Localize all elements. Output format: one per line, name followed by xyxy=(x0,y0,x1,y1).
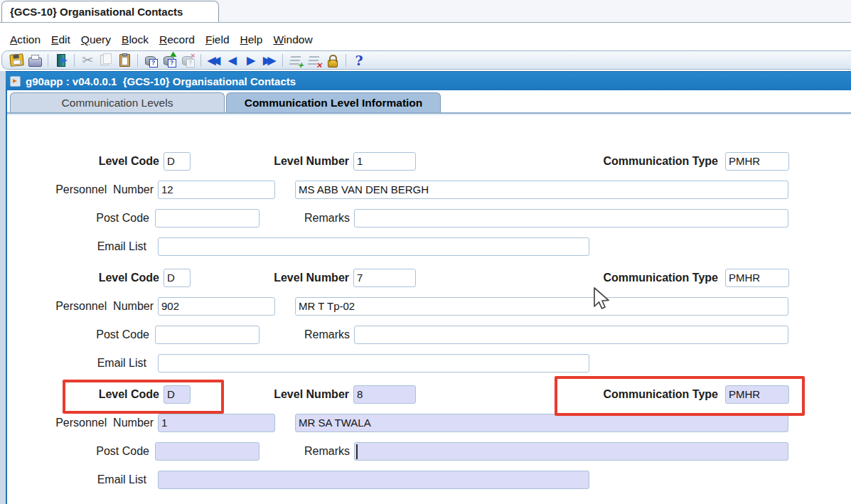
post-code-label: Post Code xyxy=(28,209,149,227)
tab-label: Communication Level Information xyxy=(245,97,423,109)
communication-type-field[interactable]: PMHR xyxy=(725,269,789,287)
record-group: Level CodeDLevel Number7Communication Ty… xyxy=(0,269,851,372)
level-code-label: Level Code xyxy=(43,269,159,287)
menu-record[interactable]: Record xyxy=(159,33,195,46)
personnel-number-field[interactable]: 12 xyxy=(158,181,275,199)
level-code-label: Level Code xyxy=(43,152,159,171)
insert-record-icon[interactable]: + xyxy=(288,53,304,68)
post-code-field[interactable] xyxy=(155,326,259,344)
personnel-number-field[interactable]: 1 xyxy=(158,414,275,432)
cancel-query-icon[interactable]: ×? xyxy=(180,53,196,68)
remarks-field[interactable] xyxy=(354,209,788,227)
enter-query-icon[interactable]: ? xyxy=(143,53,159,68)
personnel-number-label: Personnel Number xyxy=(28,297,154,316)
menu-action[interactable]: Action xyxy=(10,33,41,46)
remarks-field[interactable] xyxy=(354,326,788,344)
exit-icon[interactable] xyxy=(53,53,69,68)
window-tab[interactable]: {GCS-10} Organisational Contacts xyxy=(1,1,219,22)
personnel-name-field[interactable]: MS ABB VAN DEN BERGH xyxy=(295,181,788,199)
tab-communication-level-information[interactable]: Communication Level Information xyxy=(226,92,441,112)
highlight-box-level-code xyxy=(63,380,224,414)
level-number-field[interactable]: 7 xyxy=(353,269,416,287)
lock-icon[interactable] xyxy=(325,53,341,68)
remarks-label: Remarks xyxy=(270,326,350,344)
first-record-icon[interactable]: ◀◀ xyxy=(206,53,222,68)
cut-icon[interactable]: ✂ xyxy=(80,53,95,68)
remarks-label: Remarks xyxy=(270,442,350,461)
menu-edit[interactable]: Edit xyxy=(51,33,70,46)
personnel-number-label: Personnel Number xyxy=(28,181,154,199)
level-number-label: Level Number xyxy=(235,385,349,404)
communication-type-label: Communication Type xyxy=(562,152,718,171)
print-icon[interactable] xyxy=(27,53,43,68)
record-group: Level CodeDLevel Number1Communication Ty… xyxy=(0,152,851,256)
last-record-icon[interactable]: ▶▶ xyxy=(262,53,277,68)
text-caret xyxy=(356,444,358,459)
menu-query[interactable]: Query xyxy=(81,33,111,46)
email-list-field[interactable] xyxy=(158,237,589,256)
application-window: {GCS-10} Organisational Contacts ActionE… xyxy=(0,0,851,504)
window-title: g90app : v04.0.0.1 {GCS-10} Organisation… xyxy=(26,75,296,87)
menu-block[interactable]: Block xyxy=(122,33,149,46)
email-list-label: Email List xyxy=(28,471,146,489)
mouse-cursor xyxy=(592,286,611,312)
highlight-box-communication-type xyxy=(555,376,805,416)
toolbar-separator xyxy=(346,54,346,67)
post-code-label: Post Code xyxy=(28,442,149,461)
toolbar-separator xyxy=(200,54,201,67)
level-code-field[interactable]: D xyxy=(164,152,191,171)
tab-divider xyxy=(7,112,851,114)
toolbar-separator xyxy=(48,54,48,67)
window-icon xyxy=(10,76,21,87)
toolbar-separator xyxy=(282,54,283,67)
toolbar-separator xyxy=(74,54,75,67)
post-code-label: Post Code xyxy=(28,326,149,344)
personnel-name-field[interactable]: MR SA TWALA xyxy=(295,414,788,432)
window-titlebar[interactable]: g90app : v04.0.0.1 {GCS-10} Organisation… xyxy=(6,71,851,90)
copy-icon[interactable] xyxy=(98,53,114,68)
menu-window[interactable]: Window xyxy=(273,33,312,46)
communication-type-label: Communication Type xyxy=(562,269,718,287)
personnel-number-label: Personnel Number xyxy=(28,414,154,432)
level-number-field[interactable]: 8 xyxy=(353,385,416,404)
remarks-label: Remarks xyxy=(270,209,350,227)
delete-record-icon[interactable]: × xyxy=(306,53,322,68)
email-list-label: Email List xyxy=(28,354,146,372)
level-number-label: Level Number xyxy=(235,152,349,171)
communication-type-field[interactable]: PMHR xyxy=(725,152,789,171)
remarks-field[interactable] xyxy=(354,442,788,461)
email-list-field[interactable] xyxy=(158,471,589,489)
help-icon[interactable]: ? xyxy=(351,53,367,68)
toolbar-separator xyxy=(137,54,138,67)
post-code-field[interactable] xyxy=(155,442,259,461)
next-record-icon[interactable]: ▶ xyxy=(243,53,259,68)
save-icon[interactable] xyxy=(9,53,24,68)
execute-query-icon[interactable]: ? xyxy=(161,53,177,68)
tab-communication-levels[interactable]: Communication Levels xyxy=(10,92,225,112)
tab-label: Communication Levels xyxy=(62,97,173,109)
email-list-field[interactable] xyxy=(158,354,589,372)
post-code-field[interactable] xyxy=(155,209,259,227)
personnel-name-field[interactable]: MR T Tp-02 xyxy=(295,297,788,316)
level-number-field[interactable]: 1 xyxy=(353,152,416,171)
level-number-label: Level Number xyxy=(235,269,349,287)
menu-field[interactable]: Field xyxy=(205,33,230,46)
email-list-label: Email List xyxy=(28,237,146,256)
previous-record-icon[interactable]: ◀ xyxy=(225,53,240,68)
menubar: ActionEditQueryBlockRecordFieldHelpWindo… xyxy=(10,31,313,48)
window-tab-title: {GCS-10} Organisational Contacts xyxy=(10,6,183,18)
level-code-field[interactable]: D xyxy=(164,269,191,287)
toolbar: ✂??×?◀◀◀▶▶▶+×? xyxy=(1,50,851,70)
personnel-number-field[interactable]: 902 xyxy=(158,297,275,316)
menu-help[interactable]: Help xyxy=(240,33,263,46)
paste-icon[interactable] xyxy=(117,53,132,68)
